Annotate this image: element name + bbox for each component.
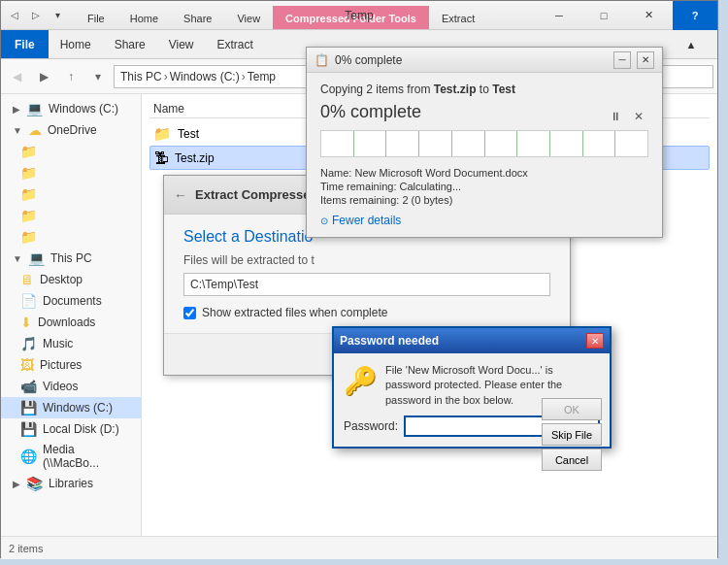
progress-close-button[interactable]: ✕ xyxy=(637,51,654,69)
path-windows[interactable]: Windows (C:) xyxy=(170,70,240,83)
tab-home[interactable]: Home xyxy=(117,6,171,29)
password-dialog: Password needed ✕ 🔑 File 'New Microsoft … xyxy=(332,326,612,449)
folder-icon: 📁 xyxy=(20,229,37,245)
help-button[interactable]: ? xyxy=(673,1,717,30)
sidebar-item-documents[interactable]: 📄 Documents xyxy=(1,290,141,312)
password-cancel-button[interactable]: Cancel xyxy=(542,449,602,471)
extract-path-input[interactable] xyxy=(183,273,550,296)
password-dialog-close-button[interactable]: ✕ xyxy=(586,333,604,349)
password-message: File 'New Microsoft Word Docu...' ispass… xyxy=(385,363,562,408)
status-bar: 2 items xyxy=(1,536,717,559)
sidebar-label: Desktop xyxy=(40,273,83,286)
col-name-header[interactable]: Name xyxy=(149,102,188,116)
qat-down[interactable]: ▾ xyxy=(48,6,67,25)
window-title: Temp xyxy=(345,9,373,22)
checkbox-label: Show extracted files when complete xyxy=(202,306,387,319)
ribbon-right: ▲ xyxy=(669,30,717,59)
sidebar-item-folder5[interactable]: 📁 xyxy=(1,226,141,248)
expand-icon: ▶ xyxy=(13,479,20,489)
ribbon-tab-home[interactable]: Home xyxy=(49,30,103,58)
progress-title-bar: 📋 0% complete ─ ✕ xyxy=(307,48,662,73)
sidebar-item-folder2[interactable]: 📁 xyxy=(1,162,141,183)
progress-pause-button[interactable]: ⏸ xyxy=(606,107,625,126)
tab-extract[interactable]: Extract xyxy=(429,6,487,29)
sidebar-item-windows-c[interactable]: ▶ 💻 Windows (C:) xyxy=(1,98,141,119)
progress-cell xyxy=(550,131,583,156)
maximize-button[interactable]: □ xyxy=(581,1,626,30)
sidebar-item-desktop[interactable]: 🖥 Desktop xyxy=(1,269,141,290)
detail-time-value: Calculating... xyxy=(400,181,462,192)
status-text: 2 items xyxy=(9,543,43,554)
sidebar-item-folder4[interactable]: 📁 xyxy=(1,205,141,226)
ribbon-collapse-icon[interactable]: ▲ xyxy=(669,30,713,59)
password-skip-button[interactable]: Skip File xyxy=(542,423,602,446)
sidebar-item-pictures[interactable]: 🖼 Pictures xyxy=(1,354,141,376)
nav-recent-button[interactable]: ▾ xyxy=(86,65,110,88)
key-icon: 🔑 xyxy=(344,365,378,408)
progress-dialog-icon: 📋 xyxy=(314,53,329,67)
sidebar-item-music[interactable]: 🎵 Music xyxy=(1,333,141,354)
qat-forward[interactable]: ▷ xyxy=(26,6,46,25)
close-button[interactable]: ✕ xyxy=(626,1,671,30)
sidebar-item-media[interactable]: 🌐 Media (\\MacBo... xyxy=(1,440,141,473)
progress-cell xyxy=(485,131,518,156)
progress-cell xyxy=(321,131,354,156)
file-name: Test.zip xyxy=(175,151,215,165)
sidebar-label: Downloads xyxy=(38,316,95,329)
folder-icon: 📁 xyxy=(153,125,172,143)
file-name: Test xyxy=(178,127,199,141)
sidebar-label: Pictures xyxy=(40,358,82,372)
sidebar-item-folder1[interactable]: 📁 xyxy=(1,141,141,162)
ribbon-tab-extract[interactable]: Extract xyxy=(206,30,265,58)
ribbon-tab-view[interactable]: View xyxy=(157,30,206,58)
tab-view[interactable]: View xyxy=(224,6,273,29)
expand-icon: ▶ xyxy=(13,104,20,115)
qat-back[interactable]: ◁ xyxy=(5,6,24,25)
minimize-button[interactable]: ─ xyxy=(537,1,581,30)
path-thispc[interactable]: This PC xyxy=(120,70,162,83)
extract-back-button[interactable]: ← xyxy=(174,187,187,203)
detail-name-row: Name: New Microsoft Word Document.docx xyxy=(320,167,648,179)
password-ok-button[interactable]: OK xyxy=(542,398,602,420)
path-temp[interactable]: Temp xyxy=(248,70,276,83)
ribbon-file-tab[interactable]: File xyxy=(1,30,49,58)
sidebar-label: This PC xyxy=(50,251,92,265)
tab-file[interactable]: File xyxy=(75,6,117,29)
progress-cell xyxy=(419,131,452,156)
progress-percent-title: 0% complete xyxy=(320,102,421,122)
tab-share[interactable]: Share xyxy=(171,6,224,29)
sidebar-item-videos[interactable]: 📹 Videos xyxy=(1,376,141,397)
progress-cell xyxy=(452,131,485,156)
title-bar-left: ◁ ▷ ▾ xyxy=(1,6,71,25)
fewer-details-button[interactable]: ⊙ Fewer details xyxy=(320,214,648,227)
zip-icon: 🗜 xyxy=(154,150,169,166)
show-files-checkbox[interactable] xyxy=(183,307,196,319)
title-tabs: File Home Share View Compressed Folder T… xyxy=(75,1,487,29)
progress-cell xyxy=(583,131,616,156)
nav-back-button[interactable]: ◀ xyxy=(5,65,28,88)
libraries-icon: 📚 xyxy=(26,476,43,491)
sidebar-item-libraries[interactable]: ▶ 📚 Libraries xyxy=(1,473,141,494)
sidebar-item-windows-drive[interactable]: 💾 Windows (C:) xyxy=(1,397,141,418)
nav-forward-button[interactable]: ▶ xyxy=(32,65,55,88)
disk-icon: 💾 xyxy=(20,421,37,437)
sidebar-label: Libraries xyxy=(49,477,93,490)
show-files-checkbox-row: Show extracted files when complete xyxy=(183,306,550,319)
sidebar-item-folder3[interactable]: 📁 xyxy=(1,183,141,205)
sidebar-item-downloads[interactable]: ⬇ Downloads xyxy=(1,312,141,333)
sidebar-item-thispc[interactable]: ▼ 💻 This PC xyxy=(1,248,141,269)
progress-minimize-button[interactable]: ─ xyxy=(613,51,631,69)
nav-up-button[interactable]: ↑ xyxy=(59,65,83,88)
cloud-icon: ☁ xyxy=(28,122,42,138)
sidebar-item-localdisk[interactable]: 💾 Local Disk (D:) xyxy=(1,418,141,440)
ribbon-tab-share[interactable]: Share xyxy=(103,30,157,58)
pictures-icon: 🖼 xyxy=(20,357,34,373)
sidebar-item-onedrive[interactable]: ▼ ☁ OneDrive xyxy=(1,119,141,141)
folder-icon: 📁 xyxy=(20,144,37,159)
title-bar: ◁ ▷ ▾ File Home Share View Compressed Fo… xyxy=(1,1,717,30)
password-buttons: OK Skip File Cancel xyxy=(542,398,602,471)
detail-name-value: New Microsoft Word Document.docx xyxy=(354,167,527,179)
sidebar-label: Media (\\MacBo... xyxy=(43,443,133,470)
expand-icon: ▼ xyxy=(13,125,22,136)
progress-close-x-button[interactable]: ✕ xyxy=(629,107,648,126)
